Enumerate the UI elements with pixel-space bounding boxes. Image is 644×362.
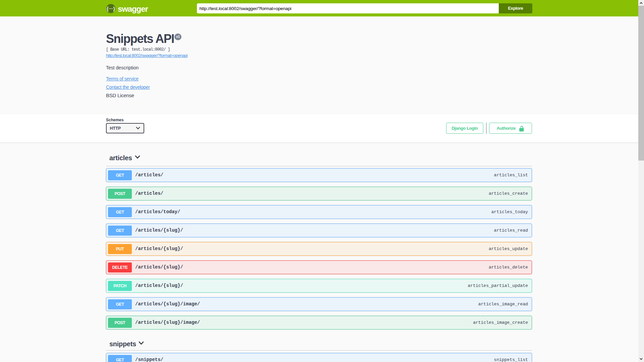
svg-text:{···}: {···}	[107, 6, 115, 11]
